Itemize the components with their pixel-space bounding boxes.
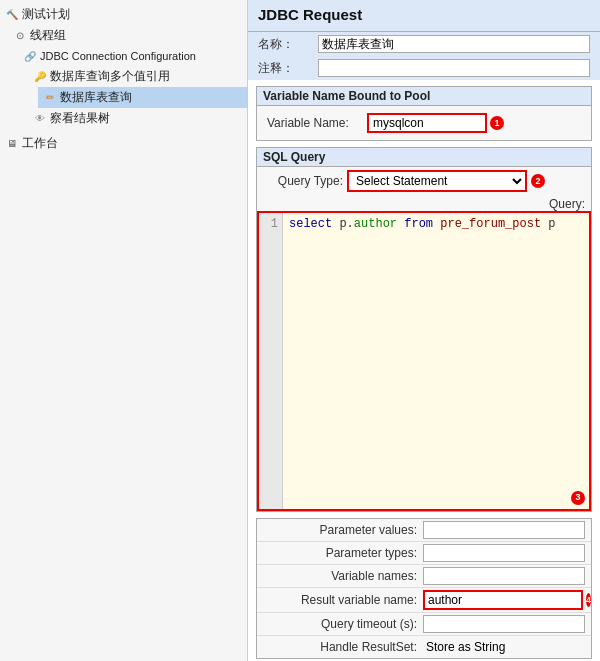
query-label-row: Query: bbox=[257, 195, 591, 211]
variable-names-row: Variable names: bbox=[257, 565, 591, 588]
name-input[interactable] bbox=[318, 35, 590, 53]
sidebar-item-test-plan[interactable]: 🔨 测试计划 bbox=[0, 4, 247, 25]
main-content: JDBC Request 名称： 注释： Variable Name Bound… bbox=[248, 0, 600, 661]
result-variable-label: Result variable name: bbox=[263, 593, 423, 607]
param-values-input[interactable] bbox=[423, 521, 585, 539]
param-values-label: Parameter values: bbox=[263, 523, 423, 537]
eye-icon: 👁 bbox=[32, 111, 48, 127]
query-type-label: Query Type: bbox=[263, 174, 343, 188]
comment-row: 注释： bbox=[248, 56, 600, 80]
sidebar-item-result-tree[interactable]: 👁 察看结果树 bbox=[28, 108, 247, 129]
page-title: JDBC Request bbox=[258, 6, 590, 23]
sql-query-section: SQL Query Query Type: Select Statement U… bbox=[256, 147, 592, 512]
varname-input[interactable] bbox=[367, 113, 487, 133]
param-types-input[interactable] bbox=[423, 544, 585, 562]
sidebar: 🔨 测试计划 ⊙ 线程组 🔗 JDBC Connection Configura… bbox=[0, 0, 248, 661]
sidebar-item-jdbc-connection[interactable]: 🔗 JDBC Connection Configuration bbox=[18, 46, 247, 66]
sql-code[interactable]: select p.author from pre_forum_post p bbox=[283, 213, 589, 509]
db-icon: 🔗 bbox=[22, 48, 38, 64]
handle-result-value: Store as String bbox=[423, 638, 585, 656]
query-timeout-input[interactable] bbox=[423, 615, 585, 633]
pencil-icon: ✏ bbox=[42, 90, 58, 106]
badge-1: 1 bbox=[490, 116, 504, 130]
varname-row: Variable Name: 1 bbox=[263, 110, 585, 136]
content-header: JDBC Request bbox=[248, 0, 600, 32]
params-section: Parameter values: Parameter types: Varia… bbox=[256, 518, 592, 659]
variable-name-section-title: Variable Name Bound to Pool bbox=[257, 87, 591, 106]
param-values-row: Parameter values: bbox=[257, 519, 591, 542]
badge-2: 2 bbox=[531, 174, 545, 188]
sidebar-item-multi-value[interactable]: 🔑 数据库查询多个值引用 bbox=[28, 66, 247, 87]
monitor-icon: 🖥 bbox=[4, 136, 20, 152]
varname-label: Variable Name: bbox=[267, 116, 367, 130]
name-label: 名称： bbox=[258, 36, 318, 53]
query-timeout-label: Query timeout (s): bbox=[263, 617, 423, 631]
hammer-icon: 🔨 bbox=[4, 7, 20, 23]
sidebar-item-workspace[interactable]: 🖥 工作台 bbox=[0, 133, 247, 154]
query-type-select[interactable]: Select Statement Update Statement Callab… bbox=[347, 170, 527, 192]
query-label: Query: bbox=[549, 197, 585, 211]
name-row: 名称： bbox=[248, 32, 600, 56]
badge-3: 3 bbox=[571, 491, 585, 505]
variable-names-input[interactable] bbox=[423, 567, 585, 585]
variable-names-label: Variable names: bbox=[263, 569, 423, 583]
comment-label: 注释： bbox=[258, 60, 318, 77]
result-variable-input[interactable] bbox=[423, 590, 583, 610]
variable-name-section-body: Variable Name: 1 bbox=[257, 106, 591, 140]
param-types-row: Parameter types: bbox=[257, 542, 591, 565]
result-variable-row: Result variable name: 4 bbox=[257, 588, 591, 613]
badge-4: 4 bbox=[586, 593, 591, 607]
sidebar-item-thread-group[interactable]: ⊙ 线程组 bbox=[8, 25, 247, 46]
handle-result-label: Handle ResultSet: bbox=[263, 640, 423, 654]
query-timeout-row: Query timeout (s): bbox=[257, 613, 591, 636]
line-numbers: 1 bbox=[259, 213, 283, 509]
query-type-row: Query Type: Select Statement Update Stat… bbox=[257, 167, 591, 195]
query-editor-container: 1 select p.author from pre_forum_post p … bbox=[257, 211, 591, 511]
key-icon: 🔑 bbox=[32, 69, 48, 85]
handle-result-row: Handle ResultSet: Store as String bbox=[257, 636, 591, 658]
comment-input[interactable] bbox=[318, 59, 590, 77]
circle-icon: ⊙ bbox=[12, 28, 28, 44]
param-types-label: Parameter types: bbox=[263, 546, 423, 560]
sql-section-title: SQL Query bbox=[257, 148, 591, 167]
variable-name-section: Variable Name Bound to Pool Variable Nam… bbox=[256, 86, 592, 141]
sidebar-item-db-query[interactable]: ✏ 数据库表查询 bbox=[38, 87, 247, 108]
